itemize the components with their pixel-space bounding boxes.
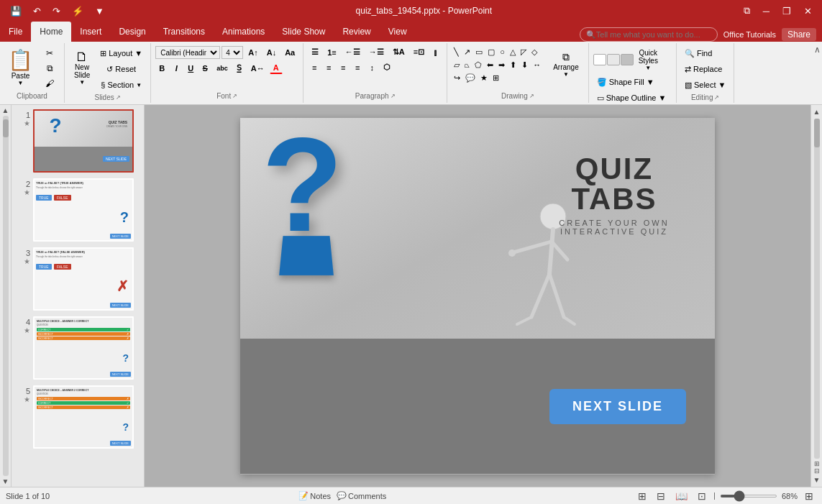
- collapse-ribbon-button[interactable]: ∧: [814, 45, 821, 55]
- line-spacing-button[interactable]: ↕: [365, 62, 378, 73]
- comments-button[interactable]: 💬 Comments: [337, 491, 386, 500]
- font-size-select[interactable]: 44: [222, 46, 243, 59]
- scroll-expand-button[interactable]: ⊟: [814, 467, 820, 475]
- tab-home[interactable]: Home: [31, 22, 71, 42]
- right-scroll-thumb[interactable]: [814, 119, 820, 147]
- darrow-button[interactable]: ⬇: [519, 59, 530, 71]
- slides-expand-icon[interactable]: ↗: [116, 94, 121, 101]
- help-search-input[interactable]: [596, 30, 711, 39]
- larrow-button[interactable]: ⬅: [485, 59, 496, 71]
- share-button[interactable]: Share: [782, 28, 816, 41]
- style-swatch-1[interactable]: [593, 54, 606, 65]
- slide-thumb-img-4[interactable]: MULTIPLE CHOICE – ANSWER 1 CORRECT QUEST…: [33, 316, 134, 380]
- editing-expand-icon[interactable]: ↗: [714, 94, 719, 101]
- increase-font-button[interactable]: A↑: [245, 47, 261, 58]
- format-painter-button[interactable]: 🖌: [40, 76, 60, 91]
- find-button[interactable]: 🔍 Find: [681, 46, 716, 60]
- select-button[interactable]: ▧ Select ▼: [681, 78, 730, 92]
- trapezoid-button[interactable]: ⏢: [462, 59, 472, 71]
- parallelogram-button[interactable]: ▱: [452, 59, 462, 71]
- italic-button[interactable]: I: [170, 63, 183, 74]
- align-left-button[interactable]: ≡: [308, 62, 321, 73]
- more-shapes-button[interactable]: ⊞: [490, 72, 501, 84]
- callout-button[interactable]: 💬: [463, 72, 478, 84]
- clear-format-button[interactable]: Aa: [281, 47, 298, 58]
- slide-sorter-button[interactable]: ⊟: [654, 489, 668, 503]
- slide-thumb-img-5[interactable]: MULTIPLE CHOICE – ANSWER 2 CORRECT QUEST…: [33, 385, 134, 449]
- section-button[interactable]: § Section ▼: [96, 78, 146, 92]
- arrange-button[interactable]: ⧉ Arrange ▼: [548, 46, 584, 82]
- numbering-button[interactable]: 1≡: [324, 47, 340, 58]
- zoom-slider[interactable]: [720, 495, 777, 498]
- slide-thumb-img-1[interactable]: ? QUIZ TABS CREATE YOUR OWN NEXT SLIDE: [33, 109, 134, 173]
- slideshow-view-button[interactable]: ⊡: [695, 489, 709, 503]
- tab-animations[interactable]: Animations: [214, 22, 273, 42]
- scroll-to-top-button[interactable]: ⊞: [814, 460, 820, 467]
- font-expand-icon[interactable]: ↗: [232, 93, 237, 99]
- underline-button[interactable]: U: [184, 63, 197, 74]
- line-shape-button[interactable]: ╲: [452, 46, 461, 58]
- char-spacing-button[interactable]: A↔: [247, 63, 268, 74]
- reading-view-button[interactable]: 📖: [672, 489, 690, 503]
- align-right-button[interactable]: ≡: [337, 62, 350, 73]
- window-maximize-button[interactable]: ❐: [778, 4, 795, 18]
- window-close-button[interactable]: ✕: [800, 4, 816, 18]
- panel-scroll-thumb[interactable]: [3, 119, 9, 137]
- decrease-font-button[interactable]: A↓: [263, 47, 280, 58]
- uarrow-button[interactable]: ⬆: [508, 59, 519, 71]
- align-text-button[interactable]: ≡⊡: [410, 46, 428, 58]
- quick-styles-dropdown[interactable]: ▼: [645, 65, 651, 71]
- paragraph-expand-icon[interactable]: ↗: [391, 93, 396, 99]
- normal-view-button[interactable]: ⊞: [635, 489, 649, 503]
- text-direction-button[interactable]: ⇅A: [389, 46, 408, 58]
- slide-thumbnail-2[interactable]: 2 ★ TRUE or FALSE? (TRUE ANSWER) Through…: [14, 177, 141, 243]
- triangle-shape-button[interactable]: △: [508, 46, 518, 58]
- rounded-rect-button[interactable]: ▢: [485, 46, 497, 58]
- shape-outline-button[interactable]: ▭ Shape Outline ▼: [593, 91, 670, 105]
- save-button[interactable]: 💾: [6, 4, 26, 18]
- tab-transitions[interactable]: Transitions: [155, 22, 214, 42]
- columns-button[interactable]: ⫿: [429, 47, 442, 58]
- tab-review[interactable]: Review: [334, 22, 379, 42]
- slide-thumbnail-5[interactable]: 5 ★ MULTIPLE CHOICE – ANSWER 2 CORRECT Q…: [14, 384, 141, 450]
- strikethrough-button[interactable]: S: [198, 63, 211, 74]
- shape-fill-button[interactable]: 🪣 Shape Fill ▼: [593, 75, 658, 89]
- tab-insert[interactable]: Insert: [71, 22, 110, 42]
- replace-button[interactable]: ⇄ Replace: [681, 62, 726, 76]
- right-scroll-up[interactable]: ▲: [812, 106, 822, 117]
- redo-button[interactable]: ↷: [48, 4, 65, 18]
- bold-button[interactable]: B: [155, 63, 168, 74]
- quick-styles-more-button[interactable]: QuickStyles ▼: [636, 46, 660, 73]
- arrow-shape-button[interactable]: ↗: [462, 46, 472, 58]
- window-minimize-button[interactable]: ─: [759, 4, 774, 18]
- justify-button[interactable]: ≡: [351, 62, 364, 73]
- drawing-expand-icon[interactable]: ↗: [529, 93, 534, 99]
- arrange-dropdown[interactable]: ▼: [563, 71, 569, 78]
- font-color-button[interactable]: A: [270, 62, 283, 74]
- increase-indent-button[interactable]: →☰: [365, 46, 388, 58]
- lrarrow-button[interactable]: ↔: [531, 59, 543, 71]
- tab-view[interactable]: View: [380, 22, 416, 42]
- paste-dropdown-icon[interactable]: ▼: [18, 80, 24, 86]
- fit-window-button[interactable]: ⊞: [802, 489, 816, 503]
- layout-button[interactable]: ⊞ Layout ▼: [96, 46, 146, 60]
- small-caps-button[interactable]: abc: [213, 63, 232, 73]
- panel-scroll-down[interactable]: ▼: [2, 477, 9, 485]
- decrease-indent-button[interactable]: ←☰: [342, 46, 364, 58]
- slide-thumbnail-1[interactable]: 1 ★ ? QUIZ TABS CREATE YOUR OWN NEXT SLI…: [14, 108, 141, 174]
- notes-button[interactable]: 📝 Notes: [298, 491, 331, 500]
- rarrow-button[interactable]: ➡: [496, 59, 507, 71]
- new-slide-button[interactable]: 🗋 NewSlide ▼: [69, 46, 95, 89]
- diamond-shape-button[interactable]: ◇: [529, 46, 539, 58]
- text-shadow-button[interactable]: S̲: [233, 62, 246, 74]
- office-tutorials-link[interactable]: Office Tutorials: [723, 30, 776, 39]
- slide-thumbnail-3[interactable]: 3 ★ TRUE or FALSE? (FALSE ANSWER) Throug…: [14, 246, 141, 312]
- window-restore-button[interactable]: ⧉: [739, 4, 754, 18]
- right-scroll-down[interactable]: ▼: [812, 475, 822, 485]
- paste-button[interactable]: 📋 Paste ▼: [4, 46, 37, 91]
- style-swatch-2[interactable]: [607, 54, 620, 65]
- rtriangle-shape-button[interactable]: ◸: [519, 46, 529, 58]
- bend-arrow-button[interactable]: ↪: [452, 72, 462, 84]
- cut-button[interactable]: ✂ ✂: [40, 46, 60, 60]
- copy-button[interactable]: ⧉: [40, 61, 60, 75]
